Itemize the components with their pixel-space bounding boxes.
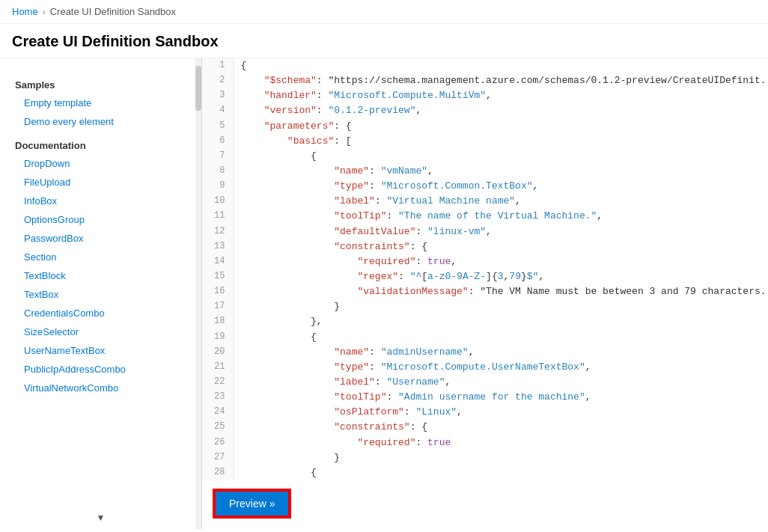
table-row: 18 }, — [202, 314, 768, 329]
line-number: 13 — [202, 239, 234, 254]
line-number: 16 — [202, 284, 234, 299]
sidebar-item-credentialscombo[interactable]: CredentialsCombo — [0, 304, 201, 322]
table-row: 13 "constraints": { — [202, 239, 768, 254]
line-content: { — [234, 465, 768, 480]
table-row: 5 "parameters": { — [202, 119, 768, 134]
line-content: "defaultValue": "linux-vm", — [234, 224, 768, 239]
table-row: 9 "type": "Microsoft.Common.TextBox", — [202, 179, 768, 194]
table-row: 25 "constraints": { — [202, 420, 768, 435]
table-row: 2 "$schema": "https://schema.management.… — [202, 73, 768, 88]
code-area[interactable]: 1{2 "$schema": "https://schema.managemen… — [202, 58, 768, 529]
line-content: "type": "Microsoft.Compute.UserNameTextB… — [234, 360, 768, 375]
line-number: 23 — [202, 390, 234, 405]
line-content: "constraints": { — [234, 420, 768, 435]
preview-button[interactable]: Preview » — [214, 490, 290, 517]
line-content: "name": "vmName", — [234, 164, 768, 179]
table-row: 19 { — [202, 330, 768, 345]
breadcrumb: Home › Create UI Definition Sandbox — [0, 0, 768, 24]
line-content: "constraints": { — [234, 239, 768, 254]
sidebar-item-virtualnetworkcombo[interactable]: VirtualNetworkCombo — [0, 379, 201, 397]
line-content: } — [234, 450, 768, 465]
line-number: 17 — [202, 299, 234, 314]
line-number: 27 — [202, 450, 234, 465]
line-content: "validationMessage": "The VM Name must b… — [234, 284, 768, 299]
line-number: 5 — [202, 119, 234, 134]
preview-button-area: Preview » — [214, 490, 290, 517]
line-content: "toolTip": "The name of the Virtual Mach… — [234, 209, 768, 224]
sidebar-item-sizeselector[interactable]: SizeSelector — [0, 322, 201, 341]
table-row: 12 "defaultValue": "linux-vm", — [202, 224, 768, 239]
table-row: 4 "version": "0.1.2-preview", — [202, 103, 768, 118]
table-row: 24 "osPlatform": "Linux", — [202, 405, 768, 420]
line-number: 18 — [202, 314, 234, 329]
table-row: 21 "type": "Microsoft.Compute.UserNameTe… — [202, 360, 768, 375]
line-content: "handler": "Microsoft.Compute.MultiVm", — [234, 88, 768, 103]
line-number: 21 — [202, 360, 234, 375]
line-number: 11 — [202, 209, 234, 224]
sidebar-item-optionsgroup[interactable]: OptionsGroup — [0, 210, 201, 229]
sidebar-item-dropdown[interactable]: DropDown — [0, 154, 201, 173]
line-content: { — [234, 58, 768, 73]
breadcrumb-separator: › — [43, 7, 46, 17]
line-number: 7 — [202, 149, 234, 164]
sidebar-item-publicipaddresscombo[interactable]: PublicIpAddressCombo — [0, 360, 201, 379]
sidebar-docs-label: Documentation — [0, 137, 201, 154]
line-number: 28 — [202, 465, 234, 480]
sidebar-item-textbox[interactable]: TextBox — [0, 285, 201, 304]
page-title: Create UI Definition Sandbox — [0, 24, 768, 58]
line-content: "type": "Microsoft.Common.TextBox", — [234, 179, 768, 194]
line-number: 4 — [202, 103, 234, 118]
sidebar-item-section[interactable]: Section — [0, 248, 201, 266]
line-content: "required": true — [234, 435, 768, 450]
line-number: 15 — [202, 269, 234, 284]
sidebar-item-empty-template[interactable]: Empty template — [0, 94, 201, 112]
line-number: 24 — [202, 405, 234, 420]
table-row: 10 "label": "Virtual Machine name", — [202, 194, 768, 209]
line-content: "regex": "^[a-z0-9A-Z-]{3,79}$", — [234, 269, 768, 284]
line-content: }, — [234, 314, 768, 329]
line-number: 3 — [202, 88, 234, 103]
table-row: 22 "label": "Username", — [202, 375, 768, 390]
line-number: 20 — [202, 345, 234, 360]
breadcrumb-home[interactable]: Home — [12, 6, 38, 17]
table-row: 20 "name": "adminUsername", — [202, 345, 768, 360]
line-content: "osPlatform": "Linux", — [234, 405, 768, 420]
table-row: 11 "toolTip": "The name of the Virtual M… — [202, 209, 768, 224]
line-number: 14 — [202, 254, 234, 269]
sidebar-item-demo-every[interactable]: Demo every element — [0, 112, 201, 131]
line-number: 19 — [202, 330, 234, 345]
table-row: 7 { — [202, 149, 768, 164]
table-row: 15 "regex": "^[a-z0-9A-Z-]{3,79}$", — [202, 269, 768, 284]
table-row: 3 "handler": "Microsoft.Compute.MultiVm"… — [202, 88, 768, 103]
line-content: { — [234, 330, 768, 345]
sidebar-item-usernametextbox[interactable]: UserNameTextBox — [0, 341, 201, 360]
line-content: "$schema": "https://schema.management.az… — [234, 73, 768, 88]
line-content: "label": "Virtual Machine name", — [234, 194, 768, 209]
line-content: "label": "Username", — [234, 375, 768, 390]
code-editor[interactable]: 1{2 "$schema": "https://schema.managemen… — [202, 58, 768, 529]
line-number: 1 — [202, 58, 234, 73]
sidebar: Samples Empty template Demo every elemen… — [0, 58, 202, 529]
scroll-down-icon: ▼ — [97, 513, 106, 523]
line-content: } — [234, 299, 768, 314]
line-number: 6 — [202, 134, 234, 149]
sidebar-item-passwordbox[interactable]: PasswordBox — [0, 229, 201, 248]
sidebar-item-textblock[interactable]: TextBlock — [0, 266, 201, 285]
line-content: "toolTip": "Admin username for the machi… — [234, 390, 768, 405]
table-row: 6 "basics": [ — [202, 134, 768, 149]
sidebar-scrollbar-thumb — [195, 66, 201, 111]
line-number: 22 — [202, 375, 234, 390]
sidebar-scrollbar[interactable] — [195, 58, 201, 529]
table-row: 1{ — [202, 58, 768, 73]
line-number: 8 — [202, 164, 234, 179]
line-content: { — [234, 149, 768, 164]
table-row: 26 "required": true — [202, 435, 768, 450]
table-row: 27 } — [202, 450, 768, 465]
sidebar-item-infobox[interactable]: InfoBox — [0, 192, 201, 210]
line-content: "required": true, — [234, 254, 768, 269]
line-number: 25 — [202, 420, 234, 435]
table-row: 23 "toolTip": "Admin username for the ma… — [202, 390, 768, 405]
sidebar-item-fileupload[interactable]: FileUpload — [0, 173, 201, 192]
line-number: 2 — [202, 73, 234, 88]
table-row: 28 { — [202, 465, 768, 480]
